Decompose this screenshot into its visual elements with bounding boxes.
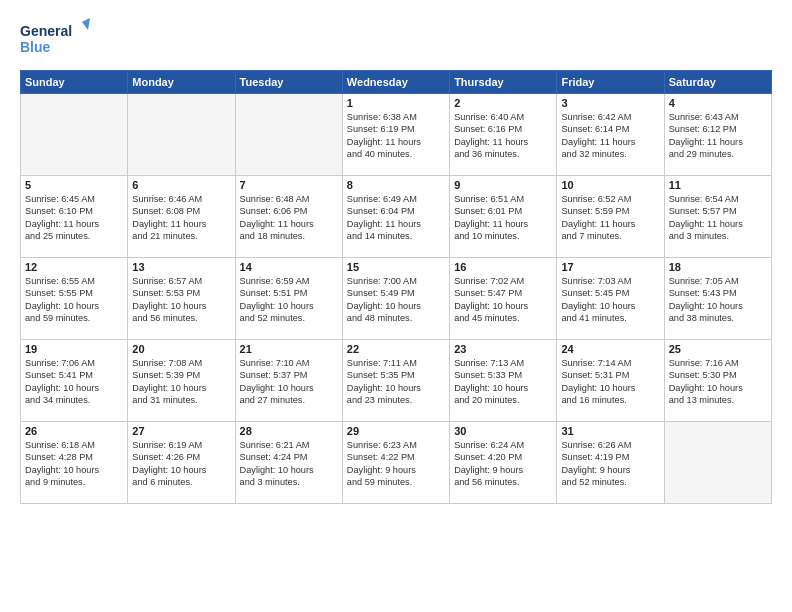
- cell-line: Sunset: 4:22 PM: [347, 451, 445, 463]
- cell-line: and 56 minutes.: [132, 312, 230, 324]
- cell-line: Sunset: 5:59 PM: [561, 205, 659, 217]
- calendar-header-saturday: Saturday: [664, 71, 771, 94]
- cell-line: Sunset: 5:35 PM: [347, 369, 445, 381]
- cell-line: and 29 minutes.: [669, 148, 767, 160]
- day-number: 23: [454, 343, 552, 355]
- cell-line: Sunrise: 6:21 AM: [240, 439, 338, 451]
- calendar-header-sunday: Sunday: [21, 71, 128, 94]
- day-number: 27: [132, 425, 230, 437]
- cell-line: Sunrise: 6:49 AM: [347, 193, 445, 205]
- cell-line: Sunrise: 6:45 AM: [25, 193, 123, 205]
- cell-line: and 13 minutes.: [669, 394, 767, 406]
- calendar-cell: [235, 94, 342, 176]
- calendar-cell: 10Sunrise: 6:52 AMSunset: 5:59 PMDayligh…: [557, 176, 664, 258]
- cell-line: Sunrise: 6:42 AM: [561, 111, 659, 123]
- cell-line: Sunset: 5:57 PM: [669, 205, 767, 217]
- svg-marker-2: [82, 18, 90, 30]
- calendar-cell: 28Sunrise: 6:21 AMSunset: 4:24 PMDayligh…: [235, 422, 342, 504]
- calendar-cell: 27Sunrise: 6:19 AMSunset: 4:26 PMDayligh…: [128, 422, 235, 504]
- cell-line: and 52 minutes.: [240, 312, 338, 324]
- cell-line: Daylight: 10 hours: [25, 300, 123, 312]
- calendar-header-tuesday: Tuesday: [235, 71, 342, 94]
- calendar-cell: 3Sunrise: 6:42 AMSunset: 6:14 PMDaylight…: [557, 94, 664, 176]
- cell-line: Sunset: 4:24 PM: [240, 451, 338, 463]
- calendar-cell: 19Sunrise: 7:06 AMSunset: 5:41 PMDayligh…: [21, 340, 128, 422]
- calendar-cell: [664, 422, 771, 504]
- cell-line: and 48 minutes.: [347, 312, 445, 324]
- cell-line: Daylight: 9 hours: [561, 464, 659, 476]
- cell-line: Sunrise: 6:46 AM: [132, 193, 230, 205]
- cell-line: Sunrise: 6:23 AM: [347, 439, 445, 451]
- day-number: 31: [561, 425, 659, 437]
- cell-line: Daylight: 10 hours: [454, 382, 552, 394]
- cell-line: Daylight: 11 hours: [454, 136, 552, 148]
- cell-line: Sunset: 5:37 PM: [240, 369, 338, 381]
- calendar-cell: 24Sunrise: 7:14 AMSunset: 5:31 PMDayligh…: [557, 340, 664, 422]
- cell-line: Daylight: 11 hours: [454, 218, 552, 230]
- calendar-header-friday: Friday: [557, 71, 664, 94]
- calendar-cell: 13Sunrise: 6:57 AMSunset: 5:53 PMDayligh…: [128, 258, 235, 340]
- cell-line: Daylight: 10 hours: [347, 382, 445, 394]
- page-header: General Blue: [20, 18, 772, 60]
- calendar-cell: 7Sunrise: 6:48 AMSunset: 6:06 PMDaylight…: [235, 176, 342, 258]
- cell-line: Sunrise: 7:16 AM: [669, 357, 767, 369]
- day-number: 20: [132, 343, 230, 355]
- cell-line: Daylight: 11 hours: [347, 136, 445, 148]
- cell-line: Sunrise: 6:43 AM: [669, 111, 767, 123]
- cell-line: Daylight: 11 hours: [561, 218, 659, 230]
- calendar-cell: 18Sunrise: 7:05 AMSunset: 5:43 PMDayligh…: [664, 258, 771, 340]
- cell-line: and 23 minutes.: [347, 394, 445, 406]
- calendar-cell: 2Sunrise: 6:40 AMSunset: 6:16 PMDaylight…: [450, 94, 557, 176]
- cell-line: Sunset: 4:20 PM: [454, 451, 552, 463]
- cell-line: Sunset: 5:33 PM: [454, 369, 552, 381]
- cell-line: Sunrise: 7:00 AM: [347, 275, 445, 287]
- calendar-cell: [21, 94, 128, 176]
- calendar-cell: 16Sunrise: 7:02 AMSunset: 5:47 PMDayligh…: [450, 258, 557, 340]
- cell-line: Sunset: 5:43 PM: [669, 287, 767, 299]
- cell-line: and 45 minutes.: [454, 312, 552, 324]
- cell-line: Sunrise: 6:59 AM: [240, 275, 338, 287]
- calendar-cell: 12Sunrise: 6:55 AMSunset: 5:55 PMDayligh…: [21, 258, 128, 340]
- cell-line: Sunrise: 7:03 AM: [561, 275, 659, 287]
- calendar-cell: 30Sunrise: 6:24 AMSunset: 4:20 PMDayligh…: [450, 422, 557, 504]
- calendar-cell: 11Sunrise: 6:54 AMSunset: 5:57 PMDayligh…: [664, 176, 771, 258]
- cell-line: and 3 minutes.: [240, 476, 338, 488]
- calendar-header-wednesday: Wednesday: [342, 71, 449, 94]
- calendar-cell: 6Sunrise: 6:46 AMSunset: 6:08 PMDaylight…: [128, 176, 235, 258]
- calendar-cell: 22Sunrise: 7:11 AMSunset: 5:35 PMDayligh…: [342, 340, 449, 422]
- cell-line: Sunset: 5:39 PM: [132, 369, 230, 381]
- svg-text:Blue: Blue: [20, 39, 51, 55]
- cell-line: and 59 minutes.: [25, 312, 123, 324]
- cell-line: Sunrise: 6:51 AM: [454, 193, 552, 205]
- day-number: 6: [132, 179, 230, 191]
- cell-line: Sunset: 5:41 PM: [25, 369, 123, 381]
- cell-line: Daylight: 10 hours: [347, 300, 445, 312]
- cell-line: and 56 minutes.: [454, 476, 552, 488]
- cell-line: Sunset: 4:26 PM: [132, 451, 230, 463]
- logo: General Blue: [20, 18, 90, 60]
- cell-line: Daylight: 11 hours: [132, 218, 230, 230]
- day-number: 11: [669, 179, 767, 191]
- calendar-cell: 9Sunrise: 6:51 AMSunset: 6:01 PMDaylight…: [450, 176, 557, 258]
- cell-line: Sunset: 5:47 PM: [454, 287, 552, 299]
- cell-line: Daylight: 10 hours: [240, 382, 338, 394]
- cell-line: Daylight: 11 hours: [25, 218, 123, 230]
- cell-line: Daylight: 10 hours: [240, 464, 338, 476]
- cell-line: and 40 minutes.: [347, 148, 445, 160]
- cell-line: Daylight: 11 hours: [347, 218, 445, 230]
- cell-line: Sunset: 4:28 PM: [25, 451, 123, 463]
- calendar-cell: 31Sunrise: 6:26 AMSunset: 4:19 PMDayligh…: [557, 422, 664, 504]
- cell-line: Sunset: 6:14 PM: [561, 123, 659, 135]
- day-number: 18: [669, 261, 767, 273]
- cell-line: Sunrise: 7:11 AM: [347, 357, 445, 369]
- cell-line: Daylight: 10 hours: [669, 300, 767, 312]
- cell-line: Daylight: 9 hours: [454, 464, 552, 476]
- cell-line: Sunset: 5:45 PM: [561, 287, 659, 299]
- cell-line: Daylight: 9 hours: [347, 464, 445, 476]
- calendar-cell: [128, 94, 235, 176]
- day-number: 1: [347, 97, 445, 109]
- day-number: 25: [669, 343, 767, 355]
- cell-line: and 38 minutes.: [669, 312, 767, 324]
- day-number: 7: [240, 179, 338, 191]
- day-number: 17: [561, 261, 659, 273]
